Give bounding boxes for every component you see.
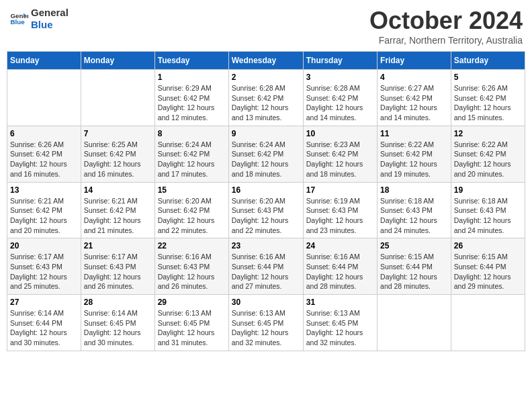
calendar-cell: 24Sunrise: 6:16 AM Sunset: 6:44 PM Dayli… xyxy=(303,238,377,295)
day-info: Sunrise: 6:24 AM Sunset: 6:42 PM Dayligh… xyxy=(158,140,226,179)
day-info: Sunrise: 6:15 AM Sunset: 6:44 PM Dayligh… xyxy=(454,252,522,291)
day-number: 31 xyxy=(306,298,374,307)
svg-text:Blue: Blue xyxy=(10,18,25,26)
day-number: 27 xyxy=(10,298,78,307)
calendar-cell: 16Sunrise: 6:20 AM Sunset: 6:43 PM Dayli… xyxy=(228,182,303,238)
day-number: 28 xyxy=(84,298,152,307)
calendar-cell: 7Sunrise: 6:25 AM Sunset: 6:42 PM Daylig… xyxy=(81,126,154,182)
calendar-cell: 11Sunrise: 6:22 AM Sunset: 6:42 PM Dayli… xyxy=(378,126,451,182)
day-info: Sunrise: 6:17 AM Sunset: 6:43 PM Dayligh… xyxy=(10,252,78,291)
calendar-cell xyxy=(7,70,81,126)
calendar-week-2: 6Sunrise: 6:26 AM Sunset: 6:42 PM Daylig… xyxy=(7,126,525,182)
calendar-body: 1Sunrise: 6:29 AM Sunset: 6:42 PM Daylig… xyxy=(7,70,525,351)
day-info: Sunrise: 6:25 AM Sunset: 6:42 PM Dayligh… xyxy=(84,140,152,179)
calendar-cell: 3Sunrise: 6:28 AM Sunset: 6:42 PM Daylig… xyxy=(303,70,377,126)
calendar-cell: 23Sunrise: 6:16 AM Sunset: 6:44 PM Dayli… xyxy=(228,238,303,295)
day-number: 9 xyxy=(232,129,300,138)
day-number: 20 xyxy=(10,241,78,250)
day-info: Sunrise: 6:16 AM Sunset: 6:44 PM Dayligh… xyxy=(306,252,374,291)
day-info: Sunrise: 6:20 AM Sunset: 6:43 PM Dayligh… xyxy=(232,196,300,236)
calendar-cell: 5Sunrise: 6:26 AM Sunset: 6:42 PM Daylig… xyxy=(451,70,525,126)
calendar-cell: 9Sunrise: 6:24 AM Sunset: 6:42 PM Daylig… xyxy=(228,126,303,182)
day-info: Sunrise: 6:14 AM Sunset: 6:44 PM Dayligh… xyxy=(10,308,78,348)
day-info: Sunrise: 6:13 AM Sunset: 6:45 PM Dayligh… xyxy=(232,308,300,348)
weekday-header-wednesday: Wednesday xyxy=(228,52,303,70)
day-info: Sunrise: 6:15 AM Sunset: 6:44 PM Dayligh… xyxy=(380,252,448,291)
calendar-week-4: 20Sunrise: 6:17 AM Sunset: 6:43 PM Dayli… xyxy=(7,238,525,295)
day-number: 12 xyxy=(454,129,522,138)
day-number: 23 xyxy=(232,241,300,250)
calendar-cell: 17Sunrise: 6:19 AM Sunset: 6:43 PM Dayli… xyxy=(303,182,377,238)
logo-text-blue: Blue xyxy=(31,19,69,31)
day-number: 6 xyxy=(10,129,78,138)
day-info: Sunrise: 6:28 AM Sunset: 6:42 PM Dayligh… xyxy=(232,83,300,123)
weekday-header-row: SundayMondayTuesdayWednesdayThursdayFrid… xyxy=(7,52,525,70)
day-info: Sunrise: 6:22 AM Sunset: 6:42 PM Dayligh… xyxy=(454,140,522,179)
calendar-cell: 27Sunrise: 6:14 AM Sunset: 6:44 PM Dayli… xyxy=(7,295,81,351)
day-number: 4 xyxy=(380,73,448,82)
calendar-cell: 15Sunrise: 6:20 AM Sunset: 6:42 PM Dayli… xyxy=(154,182,228,238)
weekday-header-monday: Monday xyxy=(81,52,154,70)
calendar-cell: 19Sunrise: 6:18 AM Sunset: 6:43 PM Dayli… xyxy=(451,182,525,238)
day-number: 2 xyxy=(232,73,300,82)
day-number: 30 xyxy=(232,298,300,307)
calendar-cell: 10Sunrise: 6:23 AM Sunset: 6:42 PM Dayli… xyxy=(303,126,377,182)
day-info: Sunrise: 6:24 AM Sunset: 6:42 PM Dayligh… xyxy=(232,140,300,179)
logo-text-general: General xyxy=(31,7,69,19)
calendar-cell: 31Sunrise: 6:13 AM Sunset: 6:45 PM Dayli… xyxy=(303,295,377,351)
day-info: Sunrise: 6:16 AM Sunset: 6:43 PM Dayligh… xyxy=(158,252,226,291)
day-number: 16 xyxy=(232,185,300,195)
calendar-cell: 12Sunrise: 6:22 AM Sunset: 6:42 PM Dayli… xyxy=(451,126,525,182)
day-number: 15 xyxy=(158,185,226,195)
day-info: Sunrise: 6:19 AM Sunset: 6:43 PM Dayligh… xyxy=(306,196,374,236)
calendar-cell: 26Sunrise: 6:15 AM Sunset: 6:44 PM Dayli… xyxy=(451,238,525,295)
day-number: 8 xyxy=(158,129,226,138)
calendar-cell: 29Sunrise: 6:13 AM Sunset: 6:45 PM Dayli… xyxy=(154,295,228,351)
weekday-header-friday: Friday xyxy=(378,52,451,70)
day-info: Sunrise: 6:22 AM Sunset: 6:42 PM Dayligh… xyxy=(380,140,448,179)
day-info: Sunrise: 6:26 AM Sunset: 6:42 PM Dayligh… xyxy=(454,83,522,123)
calendar-cell xyxy=(451,295,525,351)
calendar-cell: 2Sunrise: 6:28 AM Sunset: 6:42 PM Daylig… xyxy=(228,70,303,126)
day-info: Sunrise: 6:14 AM Sunset: 6:45 PM Dayligh… xyxy=(84,308,152,348)
calendar-header: SundayMondayTuesdayWednesdayThursdayFrid… xyxy=(7,52,525,70)
day-number: 17 xyxy=(306,185,374,195)
day-number: 5 xyxy=(454,73,522,82)
day-info: Sunrise: 6:26 AM Sunset: 6:42 PM Dayligh… xyxy=(10,140,78,179)
day-info: Sunrise: 6:18 AM Sunset: 6:43 PM Dayligh… xyxy=(380,196,448,236)
calendar-week-1: 1Sunrise: 6:29 AM Sunset: 6:42 PM Daylig… xyxy=(7,70,525,126)
calendar-cell: 13Sunrise: 6:21 AM Sunset: 6:42 PM Dayli… xyxy=(7,182,81,238)
logo-icon: General Blue xyxy=(9,9,28,28)
day-number: 10 xyxy=(306,129,374,138)
day-info: Sunrise: 6:18 AM Sunset: 6:43 PM Dayligh… xyxy=(454,196,522,236)
day-number: 13 xyxy=(10,185,78,195)
day-info: Sunrise: 6:27 AM Sunset: 6:42 PM Dayligh… xyxy=(380,83,448,123)
day-number: 26 xyxy=(454,241,522,250)
day-number: 18 xyxy=(380,185,448,195)
weekday-header-sunday: Sunday xyxy=(7,52,81,70)
day-info: Sunrise: 6:17 AM Sunset: 6:43 PM Dayligh… xyxy=(84,252,152,291)
calendar-cell xyxy=(378,295,451,351)
calendar-cell: 20Sunrise: 6:17 AM Sunset: 6:43 PM Dayli… xyxy=(7,238,81,295)
calendar-week-3: 13Sunrise: 6:21 AM Sunset: 6:42 PM Dayli… xyxy=(7,182,525,238)
day-number: 25 xyxy=(380,241,448,250)
day-info: Sunrise: 6:21 AM Sunset: 6:42 PM Dayligh… xyxy=(10,196,78,236)
day-info: Sunrise: 6:29 AM Sunset: 6:42 PM Dayligh… xyxy=(158,83,226,123)
calendar-cell: 25Sunrise: 6:15 AM Sunset: 6:44 PM Dayli… xyxy=(378,238,451,295)
calendar-cell xyxy=(81,70,154,126)
calendar-cell: 6Sunrise: 6:26 AM Sunset: 6:42 PM Daylig… xyxy=(7,126,81,182)
day-number: 29 xyxy=(158,298,226,307)
day-info: Sunrise: 6:13 AM Sunset: 6:45 PM Dayligh… xyxy=(306,308,374,348)
day-number: 22 xyxy=(158,241,226,250)
weekday-header-saturday: Saturday xyxy=(451,52,525,70)
page-header: General Blue General Blue October 2024 F… xyxy=(7,7,525,46)
day-number: 21 xyxy=(84,241,152,250)
weekday-header-thursday: Thursday xyxy=(303,52,377,70)
calendar-cell: 1Sunrise: 6:29 AM Sunset: 6:42 PM Daylig… xyxy=(154,70,228,126)
day-info: Sunrise: 6:23 AM Sunset: 6:42 PM Dayligh… xyxy=(306,140,374,179)
weekday-header-tuesday: Tuesday xyxy=(154,52,228,70)
location-subtitle: Farrar, Northern Territory, Australia xyxy=(369,35,523,46)
month-title: October 2024 xyxy=(369,7,523,35)
calendar-week-5: 27Sunrise: 6:14 AM Sunset: 6:44 PM Dayli… xyxy=(7,295,525,351)
calendar-cell: 14Sunrise: 6:21 AM Sunset: 6:42 PM Dayli… xyxy=(81,182,154,238)
